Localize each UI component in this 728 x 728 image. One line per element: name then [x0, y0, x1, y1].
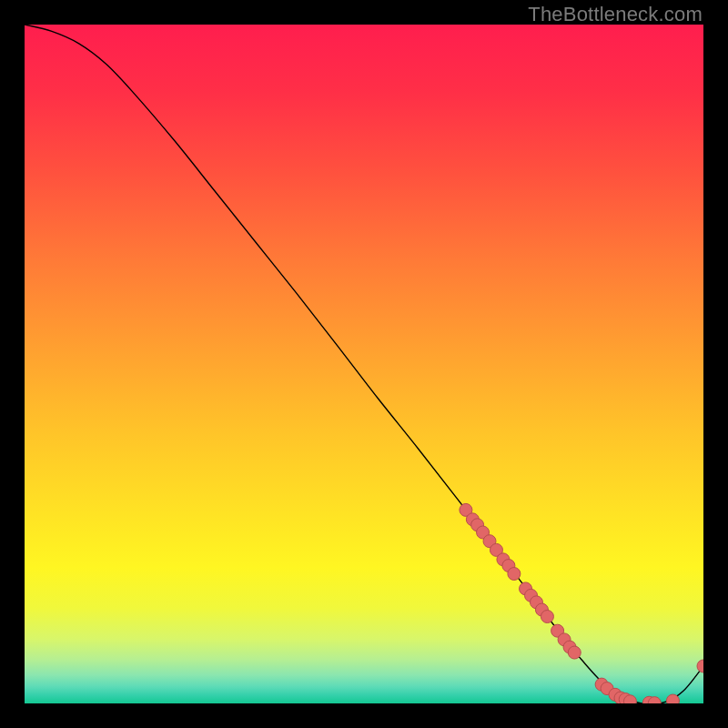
chart-marker: [541, 611, 553, 623]
chart-marker: [623, 695, 636, 703]
watermark-text: TheBottleneck.com: [528, 3, 703, 26]
bottleneck-chart: [25, 25, 703, 703]
chart-marker: [508, 568, 521, 581]
chart-background: [25, 25, 703, 703]
chart-marker: [568, 646, 581, 659]
chart-marker: [666, 694, 679, 703]
chart-svg: [25, 25, 703, 703]
